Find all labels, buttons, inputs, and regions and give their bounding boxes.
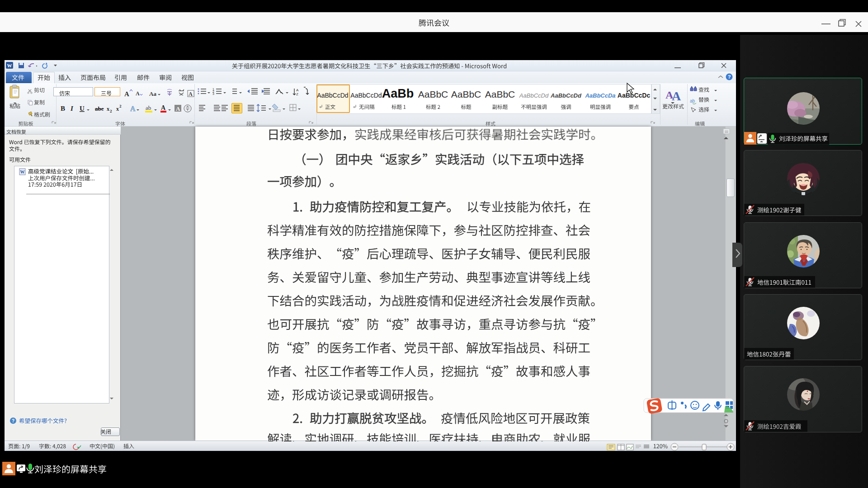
svg-text:I: I xyxy=(70,105,74,112)
svg-text:A: A xyxy=(296,88,299,92)
svg-text:2: 2 xyxy=(110,109,112,113)
svg-text:A: A xyxy=(161,104,166,111)
svg-text:ab: ab xyxy=(690,99,695,103)
svg-text:ab: ab xyxy=(146,104,151,111)
svg-text:W: W xyxy=(7,63,12,68)
svg-text:Z: Z xyxy=(296,92,298,96)
svg-text:abc: abc xyxy=(95,105,104,112)
svg-text:x: x xyxy=(107,106,109,112)
svg-text:A: A xyxy=(124,90,129,98)
svg-text:A: A xyxy=(672,89,681,103)
svg-text:3: 3 xyxy=(212,92,214,95)
svg-text:2: 2 xyxy=(119,104,122,108)
svg-text:W: W xyxy=(20,169,25,174)
svg-text:Aa: Aa xyxy=(149,90,156,97)
svg-text:B: B xyxy=(61,105,65,112)
svg-text:A: A xyxy=(189,91,193,97)
svg-text:?: ? xyxy=(728,74,731,80)
svg-text:A: A xyxy=(176,105,180,112)
svg-text:?: ? xyxy=(12,418,14,423)
svg-text:A: A xyxy=(136,90,140,97)
svg-text:x: x xyxy=(116,106,119,112)
svg-text:U: U xyxy=(80,105,85,112)
svg-text:A: A xyxy=(130,105,136,113)
